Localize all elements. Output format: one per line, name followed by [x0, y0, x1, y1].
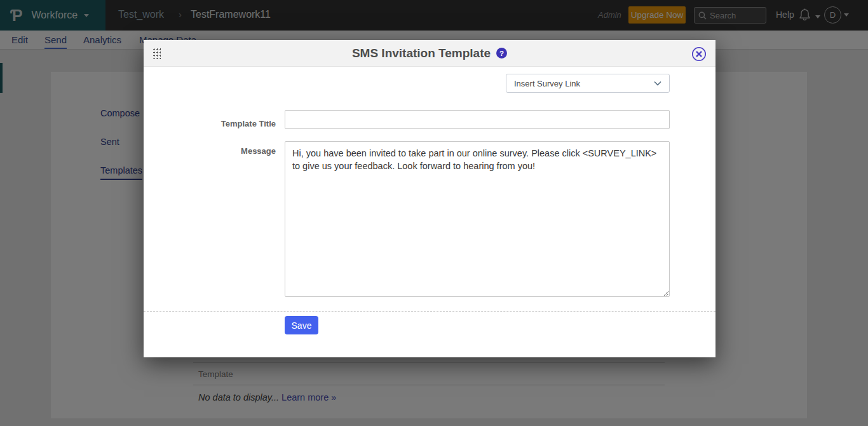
footer-divider: [144, 311, 715, 312]
template-title-input[interactable]: [285, 110, 670, 129]
drag-handle-icon[interactable]: [153, 48, 161, 59]
close-icon[interactable]: [691, 46, 707, 62]
template-title-label: Template Title: [144, 119, 276, 128]
insert-survey-link-select[interactable]: Insert Survey Link: [506, 74, 670, 93]
save-button[interactable]: Save: [285, 316, 318, 334]
page: Ƥ Workforce Test_work › TestFramework11 …: [0, 0, 868, 426]
chevron-down-icon: [654, 81, 661, 86]
help-icon[interactable]: ?: [496, 48, 507, 58]
select-value: Insert Survey Link: [514, 79, 654, 88]
modal-header: SMS Invitation Template ?: [144, 40, 715, 67]
message-label: Message: [144, 146, 276, 156]
message-textarea[interactable]: Hi, you have been invited to take part i…: [285, 141, 670, 297]
modal-title: SMS Invitation Template: [352, 46, 491, 60]
sms-invitation-template-modal: SMS Invitation Template ? Insert Survey …: [144, 40, 715, 357]
